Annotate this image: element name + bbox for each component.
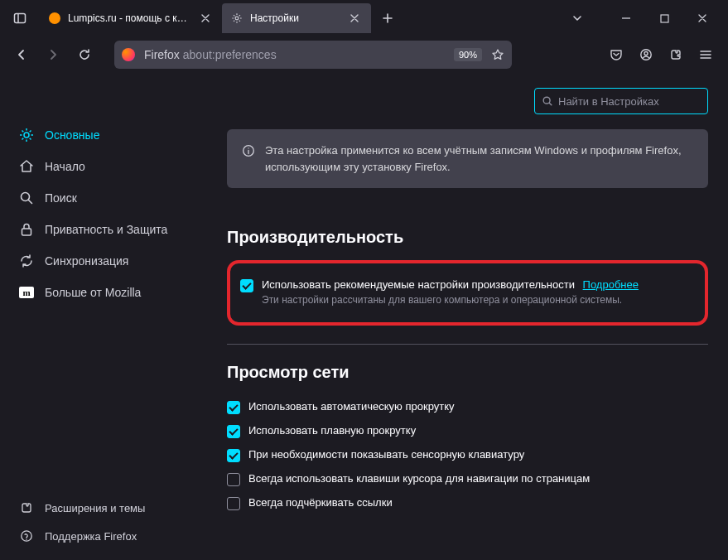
settings-search-input[interactable] bbox=[558, 95, 701, 108]
checkbox-description: Эти настройки рассчитаны для вашего комп… bbox=[262, 294, 639, 306]
browsing-checkbox-label: При необходимости показывать сенсорную к… bbox=[248, 448, 524, 461]
browsing-checkbox-3[interactable] bbox=[227, 473, 240, 486]
tab-lumpics[interactable]: Lumpics.ru - помощь с компь bbox=[40, 3, 222, 33]
close-tab-icon[interactable] bbox=[197, 10, 214, 27]
browsing-checkbox-row: Всегда подчёркивать ссылки bbox=[227, 491, 708, 515]
url-path: about:preferences bbox=[183, 48, 277, 61]
titlebar: Lumpics.ru - помощь с компь Настройки bbox=[0, 0, 728, 36]
bookmark-star-icon[interactable] bbox=[487, 41, 509, 68]
sync-icon bbox=[18, 253, 35, 269]
tab-label: Настройки bbox=[250, 12, 340, 24]
pocket-icon[interactable] bbox=[602, 41, 630, 68]
browsing-checkbox-1[interactable] bbox=[227, 425, 240, 438]
sidebar-item-search[interactable]: Поиск bbox=[10, 182, 197, 214]
browsing-checkbox-2[interactable] bbox=[227, 449, 240, 462]
browsing-checkbox-label: Всегда подчёркивать ссылки bbox=[248, 496, 393, 509]
tab-settings[interactable]: Настройки bbox=[222, 3, 371, 33]
info-banner: Эта настройка применится ко всем учётным… bbox=[227, 129, 708, 188]
extensions-icon[interactable] bbox=[662, 41, 690, 68]
firefox-icon bbox=[118, 44, 139, 65]
forward-button[interactable] bbox=[40, 41, 66, 68]
toolbar: Firefox about:preferences 90% bbox=[0, 36, 728, 73]
minimize-button[interactable] bbox=[607, 2, 645, 35]
svg-rect-8 bbox=[22, 229, 31, 235]
svg-rect-0 bbox=[15, 14, 26, 23]
svg-point-6 bbox=[24, 133, 29, 138]
close-button[interactable] bbox=[683, 2, 721, 35]
reload-button[interactable] bbox=[71, 41, 98, 68]
svg-point-5 bbox=[644, 52, 648, 56]
tab-label: Lumpics.ru - помощь с компь bbox=[68, 12, 190, 24]
account-icon[interactable] bbox=[632, 41, 660, 68]
settings-search[interactable] bbox=[534, 88, 708, 114]
browsing-checkbox-label: Всегда использовать клавиши курсора для … bbox=[248, 472, 590, 485]
mozilla-icon: m bbox=[18, 284, 35, 301]
main-panel: Эта настройка применится ко всем учётным… bbox=[207, 73, 728, 560]
sidebar-item-support[interactable]: Поддержка Firefox bbox=[10, 522, 197, 550]
recommended-perf-label: Использовать рекомендуемые настройки про… bbox=[262, 278, 639, 306]
window-controls bbox=[607, 2, 721, 35]
lock-icon bbox=[18, 221, 35, 238]
tab-strip: Lumpics.ru - помощь с компь Настройки bbox=[40, 3, 401, 33]
browsing-heading: Просмотр сети bbox=[227, 363, 708, 382]
browsing-checkbox-label: Использовать автоматическую прокрутку bbox=[248, 400, 455, 413]
performance-heading: Производительность bbox=[227, 228, 708, 247]
browsing-checkbox-row: Использовать плавную прокрутку bbox=[227, 419, 708, 443]
sidebar-item-label: Синхронизация bbox=[45, 254, 128, 268]
list-tabs-button[interactable] bbox=[564, 5, 591, 31]
close-tab-icon[interactable] bbox=[346, 10, 363, 27]
preferences-content: Основные Начало Поиск Приватность и Защи… bbox=[0, 73, 728, 560]
browsing-list: Использовать автоматическую прокруткуИсп… bbox=[227, 395, 708, 515]
recommended-perf-checkbox[interactable] bbox=[240, 279, 253, 292]
banner-text: Эта настройка применится ко всем учётным… bbox=[265, 142, 693, 175]
identity-label: Firefox bbox=[139, 48, 183, 61]
sidebar-item-label: Приватность и Защита bbox=[45, 223, 167, 236]
browsing-checkbox-4[interactable] bbox=[227, 497, 240, 510]
search-icon bbox=[542, 95, 553, 107]
svg-rect-3 bbox=[661, 15, 668, 22]
search-icon bbox=[18, 190, 35, 206]
sidebar-item-label: Поиск bbox=[45, 191, 77, 205]
maximize-button[interactable] bbox=[645, 2, 683, 35]
learn-more-link[interactable]: Подробнее bbox=[583, 278, 639, 291]
url-bar[interactable]: Firefox about:preferences 90% bbox=[114, 41, 512, 69]
gear-icon bbox=[18, 127, 35, 143]
sidebar-item-label: Поддержка Firefox bbox=[45, 530, 137, 543]
sidebar-toggle[interactable] bbox=[7, 5, 33, 31]
favicon-lumpics bbox=[48, 12, 61, 25]
sidebar-item-label: Основные bbox=[45, 128, 99, 142]
home-icon bbox=[18, 158, 35, 175]
sidebar-item-label: Расширения и темы bbox=[45, 502, 145, 514]
question-icon bbox=[18, 528, 35, 544]
browsing-checkbox-0[interactable] bbox=[227, 401, 240, 414]
sidebar-item-privacy[interactable]: Приватность и Защита bbox=[10, 214, 197, 245]
new-tab-button[interactable] bbox=[374, 5, 401, 31]
sidebar-item-sync[interactable]: Синхронизация bbox=[10, 245, 197, 277]
menu-icon[interactable] bbox=[692, 41, 720, 68]
checkbox-text: Использовать рекомендуемые настройки про… bbox=[262, 278, 575, 291]
sidebar-item-home[interactable]: Начало bbox=[10, 151, 197, 182]
browsing-checkbox-label: Использовать плавную прокрутку bbox=[248, 424, 416, 437]
sidebar-item-general[interactable]: Основные bbox=[10, 119, 197, 151]
svg-point-2 bbox=[235, 17, 239, 20]
sidebar-item-label: Больше от Mozilla bbox=[45, 286, 141, 299]
performance-highlight: Использовать рекомендуемые настройки про… bbox=[227, 260, 708, 326]
back-button[interactable] bbox=[8, 41, 35, 68]
browsing-checkbox-row: Всегда использовать клавиши курсора для … bbox=[227, 467, 708, 491]
separator bbox=[227, 344, 708, 345]
browsing-checkbox-row: При необходимости показывать сенсорную к… bbox=[227, 443, 708, 467]
zoom-badge[interactable]: 90% bbox=[454, 48, 482, 61]
category-sidebar: Основные Начало Поиск Приватность и Защи… bbox=[0, 73, 207, 560]
info-icon bbox=[242, 144, 255, 157]
sidebar-item-label: Начало bbox=[45, 160, 85, 173]
gear-icon bbox=[230, 12, 243, 25]
browsing-checkbox-row: Использовать автоматическую прокрутку bbox=[227, 395, 708, 419]
puzzle-icon bbox=[18, 500, 35, 516]
sidebar-item-extensions[interactable]: Расширения и темы bbox=[10, 494, 197, 522]
sidebar-item-mozilla[interactable]: m Больше от Mozilla bbox=[10, 277, 197, 308]
